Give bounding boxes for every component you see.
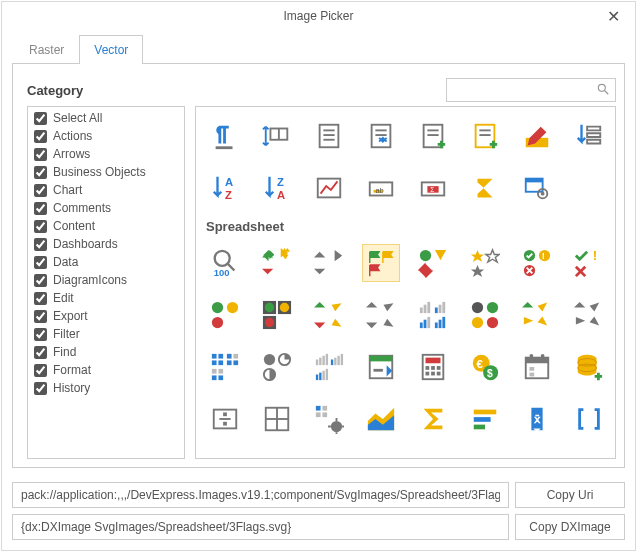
sort-rows-icon[interactable]	[570, 117, 608, 155]
sigma-icon[interactable]	[466, 169, 504, 207]
category-item[interactable]: Actions	[28, 127, 184, 145]
category-item[interactable]: History	[28, 379, 184, 397]
svg-point-111	[264, 354, 275, 365]
category-checkbox[interactable]	[34, 220, 47, 233]
category-checkbox[interactable]	[34, 256, 47, 269]
category-item[interactable]: Filter	[28, 325, 184, 343]
five-arrows-gray-icon[interactable]	[570, 296, 608, 334]
document-icon[interactable]	[310, 117, 348, 155]
category-checkbox[interactable]	[34, 328, 47, 341]
search-input[interactable]	[446, 78, 616, 102]
text-field-icon[interactable]: ab	[362, 169, 400, 207]
category-item[interactable]: Dashboards	[28, 235, 184, 253]
accounting-format-icon[interactable]	[362, 348, 400, 386]
tab-raster[interactable]: Raster	[14, 35, 79, 64]
sort-za-icon[interactable]: ZA	[258, 169, 296, 207]
edit-highlight-icon[interactable]	[518, 117, 556, 155]
three-symbols-circled-icon[interactable]: !	[518, 244, 556, 282]
three-stars-icon[interactable]	[466, 244, 504, 282]
uri-field[interactable]	[12, 482, 509, 508]
three-flags-icon[interactable]	[362, 244, 400, 282]
four-arrows-gray-icon[interactable]	[362, 296, 400, 334]
category-item[interactable]: Select All	[28, 109, 184, 127]
category-label-text: Find	[53, 345, 76, 359]
category-item[interactable]: Edit	[28, 289, 184, 307]
category-item[interactable]: Arrows	[28, 145, 184, 163]
currency-icon[interactable]: €$	[466, 348, 504, 386]
dximage-field[interactable]	[12, 514, 509, 540]
four-ratings-icon[interactable]	[414, 296, 452, 334]
bars-icon[interactable]	[466, 400, 504, 438]
brackets-icon[interactable]	[570, 400, 608, 438]
category-item[interactable]: Data	[28, 253, 184, 271]
category-checkbox[interactable]	[34, 310, 47, 323]
date-format-icon[interactable]	[518, 348, 556, 386]
three-signs-icon[interactable]	[414, 244, 452, 282]
three-arrows-colored-icon[interactable]	[258, 244, 296, 282]
document-add-icon[interactable]	[414, 117, 452, 155]
category-item[interactable]: Find	[28, 343, 184, 361]
sort-az-icon[interactable]: AZ	[206, 169, 244, 207]
category-item[interactable]: Chart	[28, 181, 184, 199]
five-arrows-colored-icon[interactable]	[518, 296, 556, 334]
sort-column-icon[interactable]: x̄	[518, 400, 556, 438]
close-icon[interactable]: ✕	[599, 7, 627, 26]
category-item[interactable]: Format	[28, 361, 184, 379]
function-box-icon[interactable]: Σ	[414, 169, 452, 207]
category-checkbox[interactable]	[34, 274, 47, 287]
category-checkbox[interactable]	[34, 166, 47, 179]
five-boxes-icon[interactable]	[206, 348, 244, 386]
line-chart-icon[interactable]	[310, 169, 348, 207]
calculator-icon[interactable]	[414, 348, 452, 386]
category-checkbox[interactable]	[34, 364, 47, 377]
five-ratings-icon[interactable]	[310, 348, 348, 386]
three-traffic-lights-rimmed-icon[interactable]	[258, 296, 296, 334]
category-checkbox[interactable]	[34, 112, 47, 125]
icon-grid-pane[interactable]: AZ ZA ab Σ Spreadsheet 100	[195, 106, 616, 459]
list-blue-icon[interactable]	[206, 452, 244, 459]
three-traffic-lights-icon[interactable]	[206, 296, 244, 334]
category-checkbox[interactable]	[34, 382, 47, 395]
tabs: Raster Vector	[2, 34, 635, 63]
fraction-format-icon[interactable]	[206, 400, 244, 438]
svg-point-58	[212, 302, 223, 313]
list-gray-icon[interactable]	[258, 452, 296, 459]
category-checkbox[interactable]	[34, 346, 47, 359]
area-chart-icon[interactable]	[362, 400, 400, 438]
five-quarters-icon[interactable]	[258, 348, 296, 386]
database-add-icon[interactable]	[570, 348, 608, 386]
category-checkbox[interactable]	[34, 238, 47, 251]
sum-icon[interactable]	[414, 400, 452, 438]
category-checkbox[interactable]	[34, 184, 47, 197]
snap-to-cells-icon[interactable]	[258, 117, 296, 155]
category-checkbox[interactable]	[34, 292, 47, 305]
svg-rect-31	[526, 179, 543, 183]
three-symbols-uncircled-icon[interactable]: !	[570, 244, 608, 282]
three-arrows-gray-icon[interactable]	[310, 244, 348, 282]
category-checkbox[interactable]	[34, 130, 47, 143]
category-item[interactable]: Business Objects	[28, 163, 184, 181]
tab-vector[interactable]: Vector	[79, 35, 143, 64]
freeze-panes-icon[interactable]	[258, 400, 296, 438]
show-paragraph-icon[interactable]	[206, 117, 244, 155]
svg-rect-129	[374, 369, 383, 372]
copy-uri-button[interactable]: Copy Uri	[515, 482, 625, 508]
lines-icon[interactable]	[310, 452, 348, 459]
category-item[interactable]: Comments	[28, 199, 184, 217]
category-checkbox[interactable]	[34, 202, 47, 215]
document-add-yellow-icon[interactable]	[466, 117, 504, 155]
zoom-100-icon[interactable]: 100	[206, 244, 244, 282]
category-list[interactable]: Select AllActionsArrowsBusiness ObjectsC…	[27, 106, 185, 459]
category-item[interactable]: Export	[28, 307, 184, 325]
four-arrows-colored-icon[interactable]	[310, 296, 348, 334]
category-item[interactable]: DiagramIcons	[28, 271, 184, 289]
four-traffic-lights-icon[interactable]	[466, 296, 504, 334]
svg-rect-106	[233, 360, 238, 365]
general-format-icon[interactable]	[310, 400, 348, 438]
view-icon[interactable]	[518, 169, 556, 207]
svg-marker-98	[590, 317, 602, 329]
category-checkbox[interactable]	[34, 148, 47, 161]
copy-dximage-button[interactable]: Copy DXImage	[515, 514, 625, 540]
category-item[interactable]: Content	[28, 217, 184, 235]
expand-range-icon[interactable]	[362, 117, 400, 155]
